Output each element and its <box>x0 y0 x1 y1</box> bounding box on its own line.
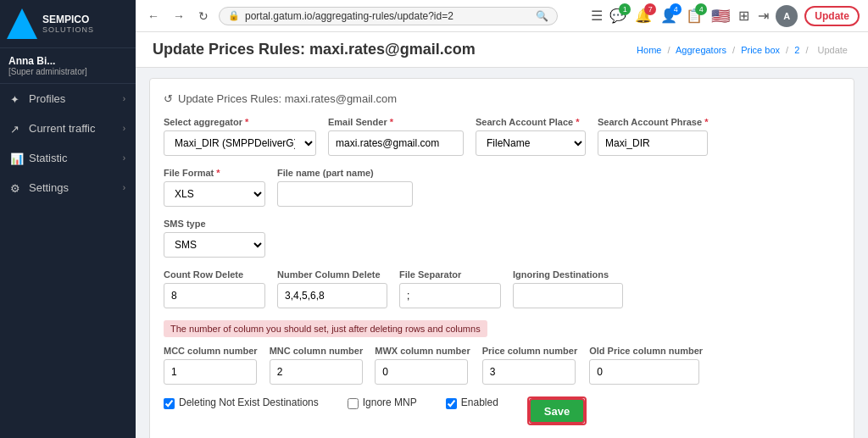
old-price-column-group: Old Price column number <box>589 346 703 385</box>
mwx-column-label: MWX column number <box>375 346 470 356</box>
chat-badge: 1 <box>619 3 631 15</box>
forward-button[interactable]: → <box>170 8 188 25</box>
select-aggregator-input[interactable]: Maxi_DIR (SMPPDeliverG) <box>164 130 316 156</box>
topbar-right: ☰ 💬 1 🔔 7 👤 4 📋 4 🇺🇸 <box>591 5 860 27</box>
update-button[interactable]: Update <box>804 6 860 26</box>
topbar-icons: 💬 1 🔔 7 👤 4 📋 4 🇺🇸 ⊞ ⇥ <box>609 7 769 25</box>
chat-icon-btn[interactable]: 💬 1 <box>609 8 626 24</box>
flag-icon[interactable]: 🇺🇸 <box>711 7 730 25</box>
file-format-group: File Format * XLS <box>164 168 265 207</box>
file-name-group: File name (part name) <box>277 168 413 207</box>
ignoring-destinations-group: Ignoring Destinations <box>513 269 623 308</box>
chevron-right-icon-3: › <box>123 153 125 163</box>
breadcrumb-pricebox[interactable]: Price box <box>741 45 780 55</box>
save-button[interactable]: Save <box>529 398 585 424</box>
file-format-input[interactable]: XLS <box>164 181 265 207</box>
search-account-phrase-label: Search Account Phrase * <box>598 117 708 127</box>
sidebar-item-traffic-label: Current traffic <box>29 122 96 135</box>
sms-type-input[interactable]: SMS <box>164 232 265 258</box>
form-row-5: MCC column number MNC column number MWX … <box>164 346 840 385</box>
form-row-3: SMS type SMS <box>164 219 840 258</box>
breadcrumb-id[interactable]: 2 <box>794 45 799 55</box>
sidebar-item-settings[interactable]: ⚙ Settings › <box>0 173 136 202</box>
search-account-place-group: Search Account Place * FileName <box>476 117 586 156</box>
mwx-column-input[interactable] <box>375 359 468 385</box>
form-row-2: File Format * XLS File name (part name) <box>164 168 840 207</box>
save-btn-wrapper: Save <box>527 396 587 425</box>
reload-button[interactable]: ↻ <box>195 8 212 25</box>
price-column-input[interactable] <box>482 359 576 385</box>
file-name-input[interactable] <box>277 181 413 207</box>
chevron-right-icon: › <box>123 94 125 103</box>
form-row-4: Count Row Delete Number Column Delete Fi… <box>164 269 840 308</box>
user-role: [Super administrator] <box>8 67 127 76</box>
avatar[interactable]: A <box>776 5 798 27</box>
mnc-column-group: MNC column number <box>270 346 364 385</box>
form-container: ↺ Update Prices Rules: maxi.rates@gmail.… <box>149 78 854 438</box>
logo-text-area: SEMPICO SOLUTIONS <box>42 14 94 34</box>
lock-icon: 🔒 <box>228 10 240 21</box>
url-bar: 🔒 🔍 <box>219 7 558 25</box>
count-row-delete-label: Count Row Delete <box>164 269 265 280</box>
error-hint: The number of column you should set, jus… <box>164 320 487 337</box>
grid-icon[interactable]: ⊞ <box>738 8 749 24</box>
chevron-right-icon-4: › <box>123 183 125 192</box>
select-aggregator-label: Select aggregator * <box>164 117 316 127</box>
deleting-not-exist-label[interactable]: Deleting Not Exist Destinations <box>179 396 319 408</box>
sidebar-item-statistic[interactable]: 📊 Statistic › <box>0 143 136 173</box>
ignoring-destinations-input[interactable] <box>513 283 623 308</box>
breadcrumb-home[interactable]: Home <box>637 45 661 55</box>
old-price-column-input[interactable] <box>589 359 699 385</box>
ignoring-destinations-label: Ignoring Destinations <box>513 269 623 280</box>
deleting-not-exist-group: Deleting Not Exist Destinations <box>164 396 319 409</box>
sidebar-item-current-traffic[interactable]: ↗ Current traffic › <box>0 114 136 143</box>
sms-type-label: SMS type <box>164 219 265 229</box>
file-separator-input[interactable] <box>399 283 501 308</box>
email-sender-input[interactable] <box>328 130 464 156</box>
refresh-icon: ↺ <box>164 92 173 105</box>
logo-icon <box>7 8 37 39</box>
mcc-column-input[interactable] <box>164 359 257 385</box>
enabled-checkbox[interactable] <box>446 398 457 409</box>
alert-icon-btn[interactable]: 🔔 7 <box>635 8 652 24</box>
deleting-not-exist-checkbox[interactable] <box>164 398 175 409</box>
ignore-mnp-checkbox[interactable] <box>348 398 359 409</box>
logo-area: SEMPICO SOLUTIONS <box>0 0 136 48</box>
mcc-column-label: MCC column number <box>164 346 258 356</box>
number-column-delete-label: Number Column Delete <box>277 269 387 280</box>
enabled-label[interactable]: Enabled <box>461 396 498 408</box>
price-column-group: Price column number <box>482 346 577 385</box>
breadcrumb-aggregators[interactable]: Aggregators <box>676 45 726 55</box>
back-button[interactable]: ← <box>144 8 163 25</box>
user-name: Anna Bi... <box>8 55 127 67</box>
page-title: Update Prices Rules: maxi.rates@gmail.co… <box>153 41 476 58</box>
user-icon-btn[interactable]: 👤 4 <box>660 8 677 24</box>
main-area: ← → ↻ 🔒 🔍 ☰ 💬 1 🔔 7 👤 4 <box>136 0 868 438</box>
number-column-delete-input[interactable] <box>277 283 387 308</box>
search-account-place-input[interactable]: FileName <box>476 130 586 156</box>
count-row-delete-input[interactable] <box>164 283 265 308</box>
content-area: Update Prices Rules: maxi.rates@gmail.co… <box>136 32 868 438</box>
traffic-icon: ↗ <box>10 123 22 135</box>
search-account-place-label: Search Account Place * <box>476 117 586 127</box>
mnc-column-label: MNC column number <box>270 346 364 356</box>
form-row-6: Deleting Not Exist Destinations Ignore M… <box>164 396 840 425</box>
signout-icon[interactable]: ⇥ <box>758 8 769 24</box>
alert-badge: 7 <box>644 3 656 15</box>
number-column-delete-group: Number Column Delete <box>277 269 387 308</box>
notif-icon-btn[interactable]: 📋 4 <box>686 8 703 24</box>
sidebar-item-profiles[interactable]: ✦ Profiles › <box>0 84 136 114</box>
search-account-phrase-input[interactable] <box>598 130 708 156</box>
logo-name: SEMPICO <box>42 14 94 25</box>
breadcrumb-current: Update <box>818 45 848 55</box>
ignore-mnp-label[interactable]: Ignore MNP <box>363 396 417 408</box>
file-format-label: File Format * <box>164 168 265 178</box>
topbar: ← → ↻ 🔒 🔍 ☰ 💬 1 🔔 7 👤 4 <box>136 0 868 32</box>
chevron-right-icon-2: › <box>123 124 125 133</box>
statistic-icon: 📊 <box>10 152 22 164</box>
logo-sub: SOLUTIONS <box>42 25 94 34</box>
mnc-column-input[interactable] <box>270 359 363 385</box>
url-input[interactable] <box>245 10 531 22</box>
hamburger-icon[interactable]: ☰ <box>591 8 603 24</box>
mwx-column-group: MWX column number <box>375 346 470 385</box>
